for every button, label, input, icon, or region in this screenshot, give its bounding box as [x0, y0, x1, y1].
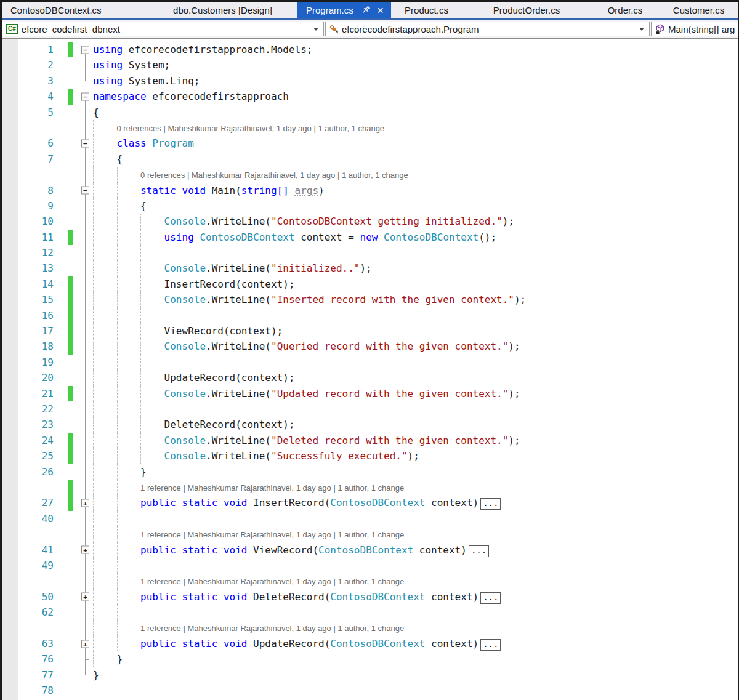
code-text[interactable]: using efcorecodefirstapproach.Models; — [93, 42, 738, 57]
code-text[interactable] — [93, 355, 738, 370]
tab-product-cs[interactable]: Product.cs — [391, 2, 462, 18]
code-text[interactable]: Console.WriteLine("Inserted record with … — [93, 292, 738, 307]
fold-margin[interactable]: − — [78, 89, 93, 104]
token-pl: .WriteLine( — [206, 450, 271, 462]
fold-margin[interactable]: + — [78, 495, 93, 510]
fold-margin[interactable]: + — [78, 542, 93, 558]
tab-contosodbcontext-cs[interactable]: ContosoDBContext.cs — [2, 2, 148, 18]
code-text[interactable] — [93, 511, 738, 526]
code-text[interactable]: using System; — [93, 57, 738, 73]
collapse-box-icon[interactable]: − — [81, 92, 89, 100]
line-number — [18, 620, 67, 635]
code-text[interactable] — [93, 401, 738, 417]
code-text[interactable] — [93, 605, 738, 620]
project-dropdown[interactable]: C# efcore_codefirst_dbnext — [2, 22, 324, 36]
token-pl — [217, 638, 224, 650]
code-text[interactable]: { — [93, 198, 738, 214]
code-text[interactable]: ViewRecord(context); — [93, 323, 738, 339]
code-text[interactable]: Console.WriteLine("initialized.."); — [93, 260, 738, 276]
line-number: 23 — [18, 417, 67, 432]
token-s: "Inserted record with the given context.… — [271, 294, 514, 305]
close-icon[interactable]: ✕ — [377, 6, 384, 15]
change-margin — [67, 620, 78, 635]
code-text[interactable]: static void Main(string[] args) — [93, 183, 738, 198]
code-text[interactable]: { — [93, 151, 738, 167]
token-pl: context) — [425, 638, 479, 650]
collapse-box-icon[interactable]: − — [81, 46, 89, 54]
codelens-info[interactable]: 1 reference | Maheshkumar Rajarathinavel… — [140, 483, 404, 493]
code-line-1: 1−using efcorecodefirstapproach.Models; — [18, 42, 738, 57]
code-text[interactable]: Console.WriteLine("Successfuly executed.… — [93, 448, 738, 464]
indent-guide — [93, 636, 94, 651]
code-text[interactable]: public static void ViewRecord(ContosoDBC… — [93, 542, 738, 558]
code-text[interactable]: Console.WriteLine("Updated record with t… — [93, 386, 738, 401]
code-text[interactable]: public static void DeleteRecord(ContosoD… — [93, 589, 738, 605]
code-text[interactable] — [93, 308, 738, 323]
fold-margin[interactable]: − — [78, 42, 93, 57]
codelens-info[interactable]: 1 reference | Maheshkumar Rajarathinavel… — [140, 624, 404, 633]
code-text[interactable]: Console.WriteLine("ContosoDBContext gett… — [93, 214, 738, 229]
code-text[interactable]: } — [93, 464, 738, 480]
indent-guide — [93, 308, 94, 323]
codelens-info[interactable]: 1 reference | Maheshkumar Rajarathinavel… — [140, 530, 404, 539]
codelens-info[interactable]: 0 references | Maheshkumar Rajarathinave… — [117, 124, 385, 133]
tab-program-cs[interactable]: Program.cs✕ — [297, 2, 391, 18]
code-text[interactable]: Console.WriteLine("Deleted record with t… — [93, 433, 738, 448]
code-text[interactable]: using ContosoDBContext context = new Con… — [93, 230, 738, 245]
token-pl: context) — [425, 591, 479, 603]
line-number: 26 — [18, 464, 67, 480]
member-dropdown[interactable]: Main(string[] arg — [651, 22, 738, 36]
fold-margin — [78, 651, 93, 667]
indent-guide — [93, 401, 94, 417]
collapsed-region-box[interactable]: ... — [480, 592, 501, 604]
indent-guide — [93, 183, 94, 198]
expand-box-icon[interactable]: + — [81, 640, 89, 648]
code-editor[interactable]: 1−using efcorecodefirstapproach.Models;2… — [2, 39, 738, 700]
line-number: 6 — [18, 135, 67, 151]
collapse-box-icon[interactable]: − — [81, 140, 89, 148]
code-text[interactable]: UpdateRecord(context); — [93, 370, 738, 385]
collapsed-region-box[interactable]: ... — [480, 639, 501, 651]
fold-margin[interactable]: − — [78, 135, 93, 151]
pin-icon[interactable] — [362, 5, 371, 15]
line-number: 1 — [18, 42, 67, 57]
code-text[interactable]: } — [93, 651, 738, 667]
fold-margin[interactable]: + — [78, 589, 93, 605]
code-text[interactable]: { — [93, 105, 738, 120]
expand-box-icon[interactable]: + — [81, 499, 89, 507]
change-margin — [67, 245, 78, 260]
code-text[interactable]: DeleteRecord(context); — [93, 417, 738, 432]
code-text[interactable] — [93, 683, 738, 698]
code-text[interactable]: class Program — [93, 135, 738, 151]
collapse-box-icon[interactable]: − — [81, 187, 89, 195]
code-text[interactable]: InsertRecord(context); — [93, 276, 738, 292]
code-text[interactable]: Console.WriteLine("Queried record with t… — [93, 339, 738, 354]
token-pl: DeleteRecord( — [247, 591, 330, 603]
expand-box-icon[interactable]: + — [81, 546, 89, 554]
code-text[interactable] — [93, 245, 738, 260]
code-text[interactable]: using System.Linq; — [93, 73, 738, 89]
code-text[interactable]: } — [93, 667, 738, 683]
tab-productorder-cs[interactable]: ProductOrder.cs — [462, 2, 591, 18]
change-margin — [67, 167, 78, 182]
code-text[interactable]: namespace efcorecodefirstapproach — [93, 89, 738, 104]
code-text[interactable]: public static void UpdateRecord(ContosoD… — [93, 636, 738, 651]
codelens-info[interactable]: 1 reference | Maheshkumar Rajarathinavel… — [140, 577, 404, 586]
indent-guide — [117, 636, 118, 651]
fold-margin[interactable]: + — [78, 636, 93, 651]
fold-margin[interactable]: − — [78, 183, 93, 198]
code-text[interactable] — [93, 558, 738, 573]
tab-dbo-customers-design[interactable]: dbo.Customers [Design] — [148, 2, 297, 18]
chevron-down-icon — [639, 28, 644, 31]
code-line-14: 14InsertRecord(context); — [18, 276, 738, 292]
type-dropdown[interactable]: efcorecodefirstapproach.Program — [325, 22, 650, 36]
expand-box-icon[interactable]: + — [81, 593, 89, 601]
collapsed-region-box[interactable]: ... — [480, 498, 501, 510]
token-pl: InsertRecord(context); — [164, 278, 295, 290]
tab-customer-cs[interactable]: Customer.cs — [659, 2, 738, 18]
tab-order-cs[interactable]: Order.cs — [591, 2, 659, 18]
collapsed-region-box[interactable]: ... — [469, 545, 489, 557]
codelens-info[interactable]: 0 references | Maheshkumar Rajarathinave… — [140, 171, 408, 180]
code-text[interactable]: public static void InsertRecord(ContosoD… — [93, 495, 738, 510]
token-pl — [289, 185, 295, 196]
